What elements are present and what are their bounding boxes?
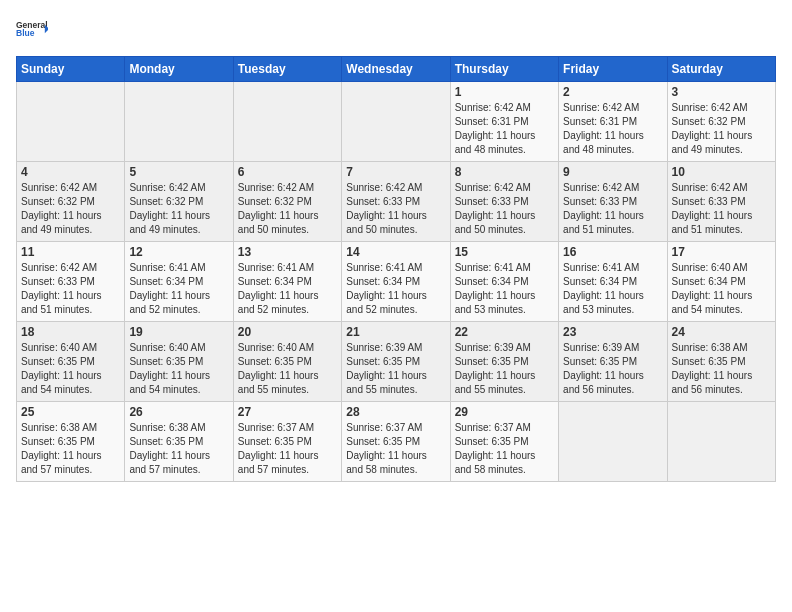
calendar-cell: 29Sunrise: 6:37 AM Sunset: 6:35 PM Dayli… xyxy=(450,402,558,482)
day-info: Sunrise: 6:37 AM Sunset: 6:35 PM Dayligh… xyxy=(455,421,554,477)
day-info: Sunrise: 6:42 AM Sunset: 6:32 PM Dayligh… xyxy=(238,181,337,237)
calendar-cell: 18Sunrise: 6:40 AM Sunset: 6:35 PM Dayli… xyxy=(17,322,125,402)
day-info: Sunrise: 6:40 AM Sunset: 6:35 PM Dayligh… xyxy=(238,341,337,397)
day-number: 12 xyxy=(129,245,228,259)
calendar-cell: 20Sunrise: 6:40 AM Sunset: 6:35 PM Dayli… xyxy=(233,322,341,402)
day-number: 3 xyxy=(672,85,771,99)
calendar-cell: 3Sunrise: 6:42 AM Sunset: 6:32 PM Daylig… xyxy=(667,82,775,162)
day-number: 24 xyxy=(672,325,771,339)
calendar-cell: 6Sunrise: 6:42 AM Sunset: 6:32 PM Daylig… xyxy=(233,162,341,242)
calendar-header-cell: Sunday xyxy=(17,57,125,82)
day-number: 19 xyxy=(129,325,228,339)
day-number: 2 xyxy=(563,85,662,99)
calendar-cell: 1Sunrise: 6:42 AM Sunset: 6:31 PM Daylig… xyxy=(450,82,558,162)
day-number: 21 xyxy=(346,325,445,339)
calendar-cell: 5Sunrise: 6:42 AM Sunset: 6:32 PM Daylig… xyxy=(125,162,233,242)
calendar-cell xyxy=(17,82,125,162)
day-number: 17 xyxy=(672,245,771,259)
day-info: Sunrise: 6:38 AM Sunset: 6:35 PM Dayligh… xyxy=(672,341,771,397)
calendar-cell: 22Sunrise: 6:39 AM Sunset: 6:35 PM Dayli… xyxy=(450,322,558,402)
day-number: 9 xyxy=(563,165,662,179)
day-number: 28 xyxy=(346,405,445,419)
day-info: Sunrise: 6:39 AM Sunset: 6:35 PM Dayligh… xyxy=(455,341,554,397)
day-info: Sunrise: 6:38 AM Sunset: 6:35 PM Dayligh… xyxy=(21,421,120,477)
calendar-cell: 14Sunrise: 6:41 AM Sunset: 6:34 PM Dayli… xyxy=(342,242,450,322)
calendar-cell: 19Sunrise: 6:40 AM Sunset: 6:35 PM Dayli… xyxy=(125,322,233,402)
day-number: 22 xyxy=(455,325,554,339)
header: General Blue xyxy=(16,12,776,48)
day-info: Sunrise: 6:37 AM Sunset: 6:35 PM Dayligh… xyxy=(238,421,337,477)
calendar-cell: 16Sunrise: 6:41 AM Sunset: 6:34 PM Dayli… xyxy=(559,242,667,322)
calendar-cell: 12Sunrise: 6:41 AM Sunset: 6:34 PM Dayli… xyxy=(125,242,233,322)
calendar-cell: 9Sunrise: 6:42 AM Sunset: 6:33 PM Daylig… xyxy=(559,162,667,242)
day-number: 11 xyxy=(21,245,120,259)
calendar-cell: 11Sunrise: 6:42 AM Sunset: 6:33 PM Dayli… xyxy=(17,242,125,322)
day-info: Sunrise: 6:39 AM Sunset: 6:35 PM Dayligh… xyxy=(346,341,445,397)
day-info: Sunrise: 6:42 AM Sunset: 6:32 PM Dayligh… xyxy=(21,181,120,237)
calendar-cell xyxy=(559,402,667,482)
day-info: Sunrise: 6:38 AM Sunset: 6:35 PM Dayligh… xyxy=(129,421,228,477)
day-info: Sunrise: 6:42 AM Sunset: 6:33 PM Dayligh… xyxy=(672,181,771,237)
day-info: Sunrise: 6:42 AM Sunset: 6:31 PM Dayligh… xyxy=(563,101,662,157)
day-info: Sunrise: 6:40 AM Sunset: 6:35 PM Dayligh… xyxy=(21,341,120,397)
calendar-cell xyxy=(233,82,341,162)
day-number: 10 xyxy=(672,165,771,179)
day-info: Sunrise: 6:39 AM Sunset: 6:35 PM Dayligh… xyxy=(563,341,662,397)
day-number: 27 xyxy=(238,405,337,419)
day-info: Sunrise: 6:41 AM Sunset: 6:34 PM Dayligh… xyxy=(563,261,662,317)
day-info: Sunrise: 6:42 AM Sunset: 6:33 PM Dayligh… xyxy=(455,181,554,237)
day-number: 8 xyxy=(455,165,554,179)
day-info: Sunrise: 6:41 AM Sunset: 6:34 PM Dayligh… xyxy=(346,261,445,317)
calendar-cell: 17Sunrise: 6:40 AM Sunset: 6:34 PM Dayli… xyxy=(667,242,775,322)
calendar-table: SundayMondayTuesdayWednesdayThursdayFrid… xyxy=(16,56,776,482)
day-number: 6 xyxy=(238,165,337,179)
day-info: Sunrise: 6:40 AM Sunset: 6:34 PM Dayligh… xyxy=(672,261,771,317)
calendar-cell: 21Sunrise: 6:39 AM Sunset: 6:35 PM Dayli… xyxy=(342,322,450,402)
calendar-week-row: 1Sunrise: 6:42 AM Sunset: 6:31 PM Daylig… xyxy=(17,82,776,162)
day-info: Sunrise: 6:42 AM Sunset: 6:32 PM Dayligh… xyxy=(672,101,771,157)
day-number: 26 xyxy=(129,405,228,419)
day-info: Sunrise: 6:42 AM Sunset: 6:31 PM Dayligh… xyxy=(455,101,554,157)
day-info: Sunrise: 6:37 AM Sunset: 6:35 PM Dayligh… xyxy=(346,421,445,477)
calendar-cell: 26Sunrise: 6:38 AM Sunset: 6:35 PM Dayli… xyxy=(125,402,233,482)
day-number: 14 xyxy=(346,245,445,259)
day-number: 25 xyxy=(21,405,120,419)
calendar-header-cell: Tuesday xyxy=(233,57,341,82)
calendar-cell xyxy=(667,402,775,482)
day-number: 4 xyxy=(21,165,120,179)
day-number: 1 xyxy=(455,85,554,99)
calendar-cell: 25Sunrise: 6:38 AM Sunset: 6:35 PM Dayli… xyxy=(17,402,125,482)
calendar-header-cell: Friday xyxy=(559,57,667,82)
calendar-header-row: SundayMondayTuesdayWednesdayThursdayFrid… xyxy=(17,57,776,82)
calendar-cell xyxy=(125,82,233,162)
day-info: Sunrise: 6:40 AM Sunset: 6:35 PM Dayligh… xyxy=(129,341,228,397)
logo: General Blue xyxy=(16,12,48,48)
calendar-header-cell: Thursday xyxy=(450,57,558,82)
day-info: Sunrise: 6:42 AM Sunset: 6:33 PM Dayligh… xyxy=(346,181,445,237)
calendar-cell: 15Sunrise: 6:41 AM Sunset: 6:34 PM Dayli… xyxy=(450,242,558,322)
day-number: 18 xyxy=(21,325,120,339)
day-number: 23 xyxy=(563,325,662,339)
calendar-cell: 24Sunrise: 6:38 AM Sunset: 6:35 PM Dayli… xyxy=(667,322,775,402)
calendar-cell: 10Sunrise: 6:42 AM Sunset: 6:33 PM Dayli… xyxy=(667,162,775,242)
day-info: Sunrise: 6:41 AM Sunset: 6:34 PM Dayligh… xyxy=(455,261,554,317)
logo-svg: General Blue xyxy=(16,12,48,48)
calendar-header-cell: Saturday xyxy=(667,57,775,82)
calendar-cell: 7Sunrise: 6:42 AM Sunset: 6:33 PM Daylig… xyxy=(342,162,450,242)
calendar-cell: 27Sunrise: 6:37 AM Sunset: 6:35 PM Dayli… xyxy=(233,402,341,482)
page: General Blue SundayMondayTuesdayWednesda… xyxy=(0,0,792,612)
calendar-cell: 13Sunrise: 6:41 AM Sunset: 6:34 PM Dayli… xyxy=(233,242,341,322)
calendar-cell: 23Sunrise: 6:39 AM Sunset: 6:35 PM Dayli… xyxy=(559,322,667,402)
day-number: 15 xyxy=(455,245,554,259)
day-info: Sunrise: 6:42 AM Sunset: 6:33 PM Dayligh… xyxy=(563,181,662,237)
day-info: Sunrise: 6:41 AM Sunset: 6:34 PM Dayligh… xyxy=(129,261,228,317)
calendar-cell: 28Sunrise: 6:37 AM Sunset: 6:35 PM Dayli… xyxy=(342,402,450,482)
calendar-cell: 8Sunrise: 6:42 AM Sunset: 6:33 PM Daylig… xyxy=(450,162,558,242)
day-info: Sunrise: 6:42 AM Sunset: 6:32 PM Dayligh… xyxy=(129,181,228,237)
day-number: 7 xyxy=(346,165,445,179)
calendar-week-row: 18Sunrise: 6:40 AM Sunset: 6:35 PM Dayli… xyxy=(17,322,776,402)
day-number: 20 xyxy=(238,325,337,339)
day-info: Sunrise: 6:41 AM Sunset: 6:34 PM Dayligh… xyxy=(238,261,337,317)
calendar-cell: 4Sunrise: 6:42 AM Sunset: 6:32 PM Daylig… xyxy=(17,162,125,242)
calendar-cell xyxy=(342,82,450,162)
